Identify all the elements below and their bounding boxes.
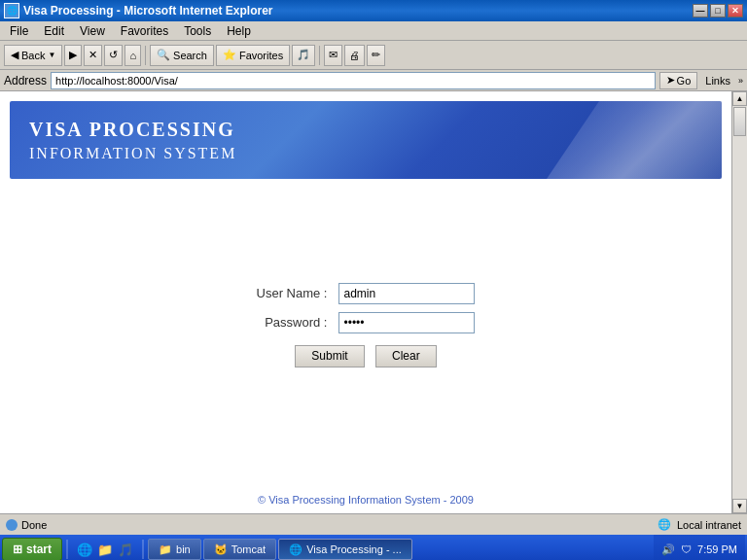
banner-text: Visa Processing Information System (29, 119, 236, 162)
username-row: User Name : (251, 279, 481, 308)
menu-favorites[interactable]: Favorites (115, 22, 174, 40)
mail-icon: ✉ (329, 49, 338, 61)
password-row: Password : (251, 308, 481, 337)
close-button[interactable]: ✕ (728, 4, 743, 18)
visa-ie-icon: 🌐 (289, 543, 302, 556)
clear-button[interactable]: Clear (375, 345, 437, 368)
bin-icon: 📁 (159, 543, 172, 556)
stop-icon: ✕ (89, 49, 97, 61)
scroll-up-button[interactable]: ▲ (732, 91, 747, 106)
window-controls: — □ ✕ (693, 4, 743, 18)
username-input[interactable] (338, 283, 475, 304)
footer: © Visa Processing Information System - 2… (0, 486, 731, 513)
taskbar-tomcat-button[interactable]: 🐱 Tomcat (203, 539, 276, 560)
media-button[interactable]: 🎵 (292, 45, 315, 66)
address-bar: Address ➤ Go Links » (0, 70, 747, 91)
quick-launch: 🌐 📁 🎵 (72, 541, 138, 558)
password-label: Password : (251, 308, 334, 337)
scroll-down-button[interactable]: ▼ (732, 499, 747, 513)
password-input[interactable] (338, 312, 475, 333)
address-input[interactable] (51, 72, 656, 89)
taskbar-separator-2 (142, 540, 144, 559)
taskbar-bin-button[interactable]: 📁 bin (148, 539, 201, 560)
menu-help[interactable]: Help (221, 22, 257, 40)
favorites-button[interactable]: ⭐ Favorites (216, 45, 290, 66)
tomcat-icon: 🐱 (214, 543, 228, 556)
app-icon: 🌐 (4, 3, 19, 18)
button-row: Submit Clear (251, 337, 481, 368)
footer-text: © Visa Processing Information System - 2… (258, 494, 474, 506)
taskbar-separator (66, 540, 68, 559)
tray-security-icon[interactable]: 🛡 (681, 543, 692, 555)
print-button[interactable]: 🖨 (344, 45, 365, 66)
page-content: Visa Processing Information System User … (0, 91, 731, 513)
start-button[interactable]: ⊞ start (2, 538, 62, 560)
status-text: Done (21, 519, 47, 531)
forward-icon: ▶ (69, 49, 77, 61)
menu-edit[interactable]: Edit (38, 22, 70, 40)
title-bar: 🌐 Visa Processing - Microsoft Internet E… (0, 0, 747, 21)
forward-button[interactable]: ▶ (64, 45, 82, 66)
zone-text: Local intranet (677, 519, 741, 531)
home-icon: ⌂ (129, 50, 136, 61)
username-label: User Name : (251, 279, 334, 308)
tray-volume-icon[interactable]: 🔊 (661, 543, 675, 556)
media-icon: 🎵 (297, 49, 310, 61)
address-label: Address (4, 74, 47, 88)
zone-icon: 🌐 (658, 518, 671, 531)
banner-title: Visa Processing (29, 119, 236, 141)
favorites-icon: ⭐ (223, 49, 236, 61)
taskbar: ⊞ start 🌐 📁 🎵 📁 bin 🐱 Tomcat 🌐 Visa Proc… (0, 535, 747, 560)
banner: Visa Processing Information System (10, 101, 722, 179)
folder-icon[interactable]: 📁 (96, 541, 114, 558)
status-icon (6, 519, 18, 531)
go-arrow-icon: ➤ (666, 74, 675, 87)
ie-icon[interactable]: 🌐 (76, 541, 93, 558)
links-expand-icon: » (738, 76, 743, 86)
browser-content: Visa Processing Information System User … (0, 91, 747, 513)
menu-bar: File Edit View Favorites Tools Help (0, 21, 747, 41)
banner-subtitle: Information System (29, 145, 236, 162)
mail-button[interactable]: ✉ (324, 45, 342, 66)
refresh-icon: ↺ (109, 49, 118, 61)
links-button[interactable]: Links (701, 75, 734, 87)
refresh-button[interactable]: ↺ (104, 45, 123, 66)
back-icon: ◀ (11, 49, 18, 61)
login-area: User Name : Password : Submit Clear (0, 179, 731, 486)
media-player-icon[interactable]: 🎵 (117, 541, 134, 558)
stop-button[interactable]: ✕ (84, 45, 102, 66)
print-icon: 🖨 (349, 50, 360, 61)
home-button[interactable]: ⌂ (124, 45, 141, 66)
back-button[interactable]: ◀ Back ▼ (4, 45, 62, 66)
system-clock: 7:59 PM (697, 543, 737, 555)
edit-button[interactable]: ✏ (367, 45, 385, 66)
go-button[interactable]: ➤ Go (659, 72, 698, 89)
edit-icon: ✏ (372, 49, 380, 61)
scroll-thumb[interactable] (733, 107, 746, 136)
toolbar-separator-2 (319, 46, 320, 65)
window-title: Visa Processing - Microsoft Internet Exp… (23, 4, 273, 18)
submit-button[interactable]: Submit (295, 345, 364, 368)
taskbar-visa-button[interactable]: 🌐 Visa Processing - ... (278, 539, 412, 560)
scrollbar[interactable]: ▲ ▼ (731, 91, 747, 513)
menu-tools[interactable]: Tools (178, 22, 217, 40)
menu-file[interactable]: File (4, 22, 34, 40)
system-tray: 🔊 🛡 7:59 PM (654, 535, 745, 560)
search-icon: 🔍 (157, 49, 170, 61)
back-dropdown-icon: ▼ (48, 51, 55, 59)
toolbar: ◀ Back ▼ ▶ ✕ ↺ ⌂ 🔍 Search ⭐ Favorites 🎵 … (0, 41, 747, 70)
start-windows-icon: ⊞ (13, 542, 22, 556)
scroll-track (732, 106, 747, 499)
login-form: User Name : Password : Submit Clear (251, 279, 481, 368)
search-button[interactable]: 🔍 Search (150, 45, 214, 66)
menu-view[interactable]: View (74, 22, 111, 40)
minimize-button[interactable]: — (693, 4, 708, 18)
maximize-button[interactable]: □ (710, 4, 726, 18)
toolbar-separator (145, 46, 146, 65)
status-bar: Done 🌐 Local intranet (0, 513, 747, 535)
